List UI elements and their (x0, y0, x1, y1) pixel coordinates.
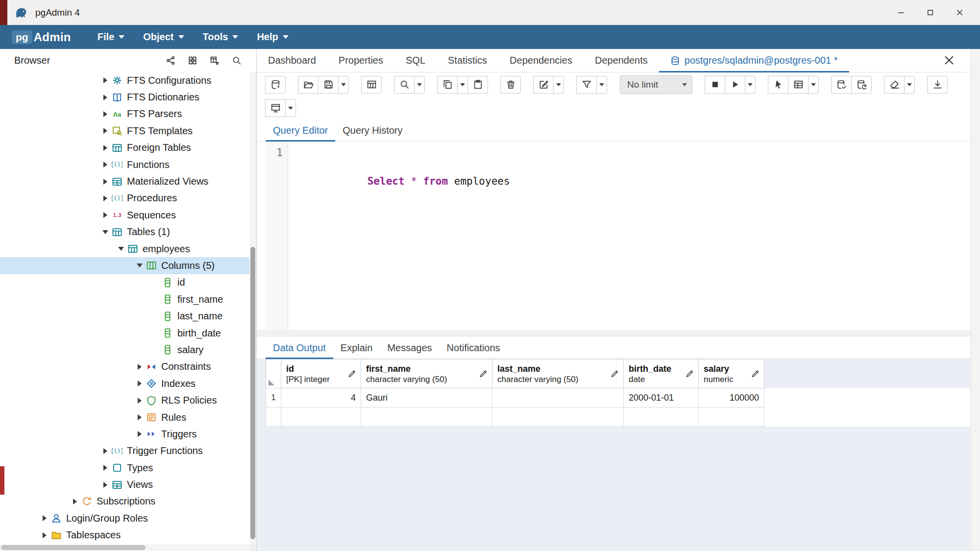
caret-down-icon[interactable] (457, 76, 467, 93)
tree-item[interactable]: Indexes (0, 375, 249, 392)
tree-item[interactable]: FTS Configurations (0, 72, 249, 89)
tab[interactable]: Data Output (266, 337, 333, 359)
main-vertical-scrollbar[interactable] (970, 49, 980, 551)
tree-expand-toggle[interactable] (99, 207, 112, 223)
tree-item[interactable]: Materialized Views (0, 173, 249, 190)
tab[interactable]: Messages (380, 337, 439, 359)
table-cell[interactable] (281, 407, 361, 427)
table-cell[interactable] (492, 388, 624, 407)
table-row[interactable]: 1 4 Gauri (266, 388, 971, 407)
edit-column-icon[interactable] (685, 369, 694, 379)
clear-button[interactable] (884, 76, 915, 94)
caret-down-icon[interactable] (596, 76, 607, 93)
tree-item[interactable]: Columns (5) (0, 257, 249, 274)
tree-item[interactable]: RLS Policies (0, 392, 249, 408)
tab[interactable]: Query History (335, 120, 410, 141)
view-data-button[interactable] (788, 76, 819, 94)
table-cell[interactable] (361, 407, 492, 427)
tree-expand-toggle[interactable] (99, 140, 112, 156)
tab[interactable]: Dashboard (257, 49, 327, 72)
tab[interactable]: Properties (327, 49, 394, 72)
tree-item[interactable]: salary (0, 341, 249, 358)
tab[interactable]: Explain (333, 337, 380, 359)
tree-item[interactable]: last_name (0, 308, 249, 324)
edit-column-icon[interactable] (610, 369, 619, 379)
tree-item[interactable]: Types (0, 459, 249, 476)
tree-expand-toggle[interactable] (149, 274, 162, 291)
tree-item[interactable]: birth_date (0, 325, 249, 341)
cancel-query-button[interactable] (705, 76, 725, 94)
tree-expand-toggle[interactable] (99, 459, 112, 476)
tree-expand-toggle[interactable] (133, 392, 146, 408)
tree-expand-toggle[interactable] (99, 106, 112, 122)
search-objects-button[interactable] (229, 53, 245, 69)
table-cell[interactable] (492, 407, 624, 427)
close-window-button[interactable] (945, 2, 974, 23)
caret-down-icon[interactable] (414, 76, 424, 93)
tab[interactable]: Notifications (440, 337, 508, 359)
tree-item[interactable]: 1..3 Sequences (0, 207, 249, 223)
tab[interactable]: Statistics (437, 49, 498, 72)
tree-item[interactable]: Aa FTS Parsers (0, 106, 249, 122)
column-header[interactable]: first_name character varying (50) (361, 359, 492, 388)
browser-filter-button[interactable] (207, 53, 222, 69)
tree-item[interactable]: id (0, 274, 249, 291)
maximize-button[interactable] (915, 2, 945, 23)
edit-column-icon[interactable] (347, 369, 357, 379)
menu-item[interactable]: File (95, 26, 127, 48)
caret-down-icon[interactable] (904, 76, 914, 93)
tree-expand-toggle[interactable] (99, 72, 112, 89)
tree-item[interactable]: Constraints (0, 359, 249, 375)
filter-dialog-button[interactable] (361, 76, 382, 94)
row-number[interactable] (266, 407, 281, 427)
connection-button[interactable] (265, 76, 286, 94)
edit-mode-button[interactable] (768, 76, 788, 94)
tree-expand-toggle[interactable] (99, 476, 112, 493)
tree-item[interactable]: Login/Group Roles (0, 510, 249, 527)
tree-item[interactable]: first_name (0, 291, 249, 308)
table-cell[interactable]: Gauri (361, 388, 492, 407)
tree-expand-toggle[interactable] (133, 257, 146, 274)
tree-expand-toggle[interactable] (99, 443, 112, 459)
commit-button[interactable] (831, 76, 852, 94)
tree-expand-toggle[interactable] (149, 325, 162, 341)
tree-item[interactable]: Triggers (0, 426, 249, 442)
menu-item[interactable]: Tools (200, 26, 242, 48)
dashboard-view-button[interactable] (185, 53, 200, 69)
table-cell[interactable]: 2000-01-01 (624, 388, 699, 407)
code-area[interactable]: Select * from employees (288, 142, 510, 330)
paste-button[interactable] (467, 76, 488, 94)
close-query-tool-button[interactable] (943, 54, 956, 67)
download-csv-button[interactable] (927, 76, 948, 94)
tree-item[interactable]: {()} Trigger Functions (0, 443, 249, 459)
tree-item[interactable]: Tables (1) (0, 224, 249, 240)
table-cell[interactable]: 4 (281, 388, 361, 407)
row-number[interactable]: 1 (266, 388, 281, 407)
select-all-corner[interactable] (266, 359, 281, 388)
macro-button[interactable] (265, 99, 296, 117)
tree-expand-toggle[interactable] (133, 375, 146, 392)
minimize-button[interactable] (886, 2, 915, 23)
column-header[interactable]: birth_date date (624, 359, 699, 388)
tree-item[interactable]: {()} Functions (0, 156, 249, 173)
tree-expand-toggle[interactable] (69, 493, 81, 510)
caret-down-icon[interactable] (338, 76, 348, 93)
save-file-button[interactable] (318, 76, 349, 94)
caret-down-icon[interactable] (553, 76, 564, 93)
column-header[interactable]: id [PK] integer (281, 359, 361, 388)
table-cell[interactable] (699, 407, 764, 427)
tree-expand-toggle[interactable] (99, 173, 112, 190)
tab[interactable]: Dependents (584, 49, 659, 72)
tree-expand-toggle[interactable] (38, 510, 51, 527)
edit-column-icon[interactable] (751, 369, 760, 379)
table-row[interactable] (266, 407, 971, 427)
scrollbar-thumb[interactable] (250, 247, 255, 540)
caret-down-icon[interactable] (745, 76, 755, 93)
menu-item[interactable]: Object (140, 26, 187, 48)
filter-button[interactable] (576, 76, 607, 94)
edit-button[interactable] (533, 76, 564, 94)
tree-item[interactable]: employees (0, 240, 249, 257)
tree-item[interactable]: Rules (0, 409, 249, 426)
scrollbar-thumb[interactable] (1, 545, 146, 550)
rollback-button[interactable] (851, 76, 872, 94)
